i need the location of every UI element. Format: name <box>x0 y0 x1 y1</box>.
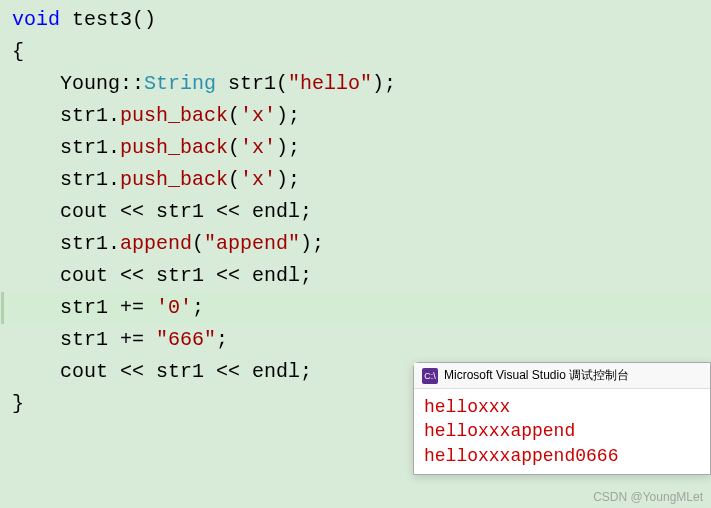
string-literal: "append" <box>204 232 300 255</box>
debug-console-window[interactable]: C:\ Microsoft Visual Studio 调试控制台 hellox… <box>413 362 711 475</box>
console-output-line: helloxxx <box>424 395 700 419</box>
code-line: cout << str1 << endl; <box>8 260 711 292</box>
code-line: { <box>8 36 711 68</box>
code-line: cout << str1 << endl; <box>8 196 711 228</box>
method-push-back: push_back <box>120 104 228 127</box>
console-title-text: Microsoft Visual Studio 调试控制台 <box>444 367 629 384</box>
code-line: Young::String str1("hello"); <box>8 68 711 100</box>
char-literal: 'x' <box>240 104 276 127</box>
method-push-back: push_back <box>120 168 228 191</box>
char-literal: 'x' <box>240 136 276 159</box>
function-name: test3() <box>60 8 156 31</box>
code-line: str1.push_back('x'); <box>8 100 711 132</box>
string-literal: "hello" <box>288 72 372 95</box>
code-editor[interactable]: void test3() { Young::String str1("hello… <box>0 0 711 424</box>
namespace: Young:: <box>60 72 144 95</box>
char-literal: 'x' <box>240 168 276 191</box>
code-line: str1 += "666"; <box>8 324 711 356</box>
watermark: CSDN @YoungMLet <box>593 490 703 504</box>
type-string: String <box>144 72 216 95</box>
console-output: helloxxx helloxxxappend helloxxxappend06… <box>414 389 710 474</box>
visual-studio-icon: C:\ <box>422 368 438 384</box>
code-line: str1.push_back('x'); <box>8 132 711 164</box>
method-append: append <box>120 232 192 255</box>
console-output-line: helloxxxappend <box>424 419 700 443</box>
string-literal: "666" <box>156 328 216 351</box>
char-literal: '0' <box>156 296 192 319</box>
code-line: void test3() <box>8 4 711 36</box>
code-line-highlighted: str1 += '0'; <box>1 292 711 324</box>
keyword-void: void <box>12 8 60 31</box>
console-output-line: helloxxxappend0666 <box>424 444 700 468</box>
method-push-back: push_back <box>120 136 228 159</box>
code-line: str1.append("append"); <box>8 228 711 260</box>
console-titlebar[interactable]: C:\ Microsoft Visual Studio 调试控制台 <box>414 363 710 389</box>
code-line: str1.push_back('x'); <box>8 164 711 196</box>
